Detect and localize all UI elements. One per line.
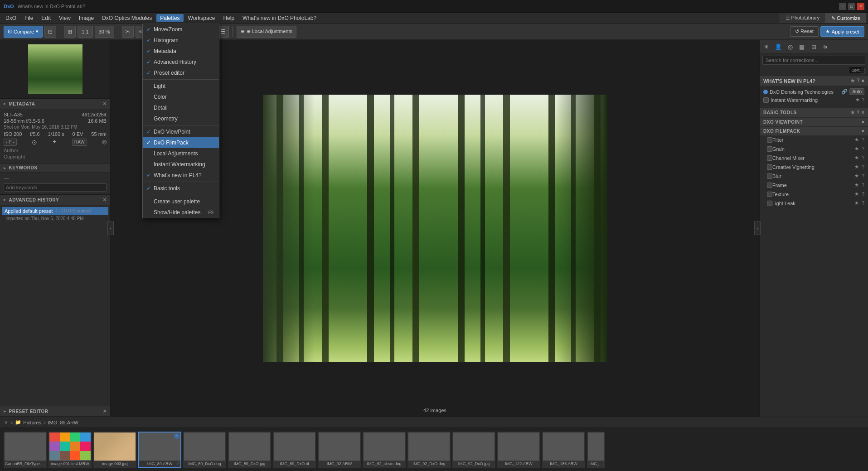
filmstrip-thumb-1[interactable]: image 001-test.MRW (48, 432, 92, 468)
channel-mixer-checkbox[interactable] (767, 155, 772, 161)
filmstrip-thumb-3[interactable]: IMG_89.ARW ✓ ↑ (138, 432, 181, 468)
right-panel-collapse[interactable]: › (754, 221, 761, 235)
filmstrip-thumb-12[interactable]: IMG_186.ARW (542, 432, 585, 468)
filmstrip-thumb-8[interactable]: IMG_92_clean.dng (363, 432, 406, 468)
texture-question-icon[interactable]: ? (862, 192, 864, 197)
apply-preset-button[interactable]: ★ Apply preset (820, 26, 864, 37)
filmstrip-thumb-13[interactable]: IMG_... (587, 432, 605, 468)
basic-tools-close-icon[interactable]: × (862, 110, 864, 115)
viewpoint-close-icon[interactable]: × (862, 120, 864, 125)
metadata-expand-icon[interactable]: ▸ (4, 101, 6, 106)
filmstrip-thumb-7[interactable]: IMG_92.ARW (318, 432, 361, 468)
grain-star-icon[interactable]: ★ (854, 146, 859, 152)
dd-item-light[interactable]: Light (143, 81, 219, 91)
filter-checkbox[interactable] (767, 137, 772, 143)
tool-1[interactable]: ✂ (122, 26, 134, 38)
dd-item-advanced-history[interactable]: Advanced History (143, 57, 219, 67)
minimize-button[interactable]: − (839, 3, 846, 10)
dd-item-local-adj[interactable]: Local Adjustments (143, 148, 219, 159)
whats-new-close-icon[interactable]: × (862, 78, 864, 84)
keywords-input[interactable] (4, 183, 107, 192)
filmstrip-thumb-0[interactable]: CanonR5_FileType_RAW_... (4, 432, 47, 468)
compare-button[interactable]: ⊡ Compare ▾ (4, 26, 43, 38)
filmstrip-thumb-4[interactable]: IMG_89_DxO.dng (183, 432, 226, 468)
dd-item-preset-editor[interactable]: Preset editor (143, 67, 219, 78)
sliders-icon[interactable]: ⊟ (809, 42, 819, 52)
vignetting-star-icon[interactable]: ★ (854, 164, 859, 170)
zoom-1to1-button[interactable]: 1:1 (78, 26, 92, 38)
blur-checkbox[interactable] (767, 173, 772, 179)
dd-item-show-hide[interactable]: Show/Hide palettes F9 (143, 207, 219, 218)
close-button[interactable]: × (857, 3, 864, 10)
dd-item-color[interactable]: Color (143, 91, 219, 102)
dd-item-basic-tools[interactable]: Basic tools (143, 183, 219, 194)
dd-item-detail[interactable]: Detail (143, 102, 219, 113)
watermarking-checkbox[interactable] (763, 97, 769, 103)
dd-item-metadata[interactable]: Metadata (143, 46, 219, 57)
filmpack-item-blur[interactable]: Blur ★ ? (760, 172, 868, 181)
menu-workspace[interactable]: Workspace (184, 14, 219, 22)
tab-customize[interactable]: ✎ Customize (825, 13, 866, 23)
left-panel-collapse[interactable]: ‹ (107, 221, 114, 235)
filmpack-item-filter[interactable]: Filter ★ ? (760, 135, 868, 144)
filmstrip-thumb-6[interactable]: IMG_89_DxO.tif (273, 432, 316, 468)
channel-mixer-question-icon[interactable]: ? (862, 155, 864, 160)
filmpack-close-icon[interactable]: × (862, 129, 864, 134)
menu-palettes[interactable]: Palettes (156, 14, 183, 22)
metadata-close-icon[interactable]: × (103, 101, 107, 107)
light-leak-question-icon[interactable]: ? (862, 201, 864, 206)
dd-item-dxo-viewpoint[interactable]: DxO ViewPoint (143, 126, 219, 137)
menu-view[interactable]: View (55, 14, 74, 22)
light-leak-checkbox[interactable] (767, 201, 772, 206)
reset-button[interactable]: ↺ Reset (790, 26, 819, 37)
target-icon[interactable]: ◎ (785, 42, 795, 52)
vignetting-checkbox[interactable] (767, 164, 772, 170)
filmstrip-thumb-9[interactable]: IMG_92_DxO.dng (407, 432, 451, 468)
keywords-expand-icon[interactable]: ▸ (4, 166, 6, 170)
dd-item-geometry[interactable]: Geometry (143, 113, 219, 124)
tab-photo-library[interactable]: ☰ PhotoLibrary (780, 13, 825, 23)
whats-new-star-icon[interactable]: ★ (850, 78, 855, 84)
menu-dxo-optics[interactable]: DxO Optics Modules (98, 14, 155, 22)
person-icon[interactable]: 👤 (773, 42, 783, 52)
menu-edit[interactable]: Edit (38, 14, 54, 22)
whats-new-question-icon[interactable]: ? (857, 78, 859, 84)
preset-editor-expand-icon[interactable]: ▸ (4, 409, 6, 413)
filmstrip-thumb-11[interactable]: IMG_122.ARW (497, 432, 540, 468)
menu-help[interactable]: Help (219, 14, 238, 22)
grain-checkbox[interactable] (767, 146, 772, 152)
dd-item-create-palette[interactable]: Create user palette (143, 196, 219, 207)
history-item[interactable]: Applied default preset 1 - DxO Standard (2, 207, 108, 215)
dd-item-whats-new[interactable]: What's new in PL4? (143, 170, 219, 181)
search-corrections-input[interactable] (762, 56, 865, 65)
split-view-button[interactable]: ⊟ (44, 26, 56, 38)
sun-icon[interactable]: ☀ (761, 42, 771, 52)
history-close-icon[interactable]: × (103, 197, 107, 203)
dd-item-histogram[interactable]: Histogram (143, 35, 219, 46)
menu-whats-new[interactable]: What's new in DxO PhotoLab? (239, 14, 320, 22)
filmpack-item-texture[interactable]: Texture ★ ? (760, 190, 868, 199)
filmpack-item-light-leak[interactable]: Light Leak ★ ? (760, 199, 868, 208)
filmstrip-thumb-5[interactable]: IMG_89_DxO.jpg (228, 432, 271, 468)
dd-item-movezoom[interactable]: Move/Zoom (143, 24, 219, 35)
filter-star-icon[interactable]: ★ (854, 137, 859, 143)
filmpack-item-channel-mixer[interactable]: Channel Mixer ★ ? (760, 154, 868, 163)
blur-question-icon[interactable]: ? (862, 173, 864, 178)
basic-tools-star-icon[interactable]: ★ (850, 110, 855, 115)
dd-item-dxo-filmpack[interactable]: DxO FilmPack (143, 137, 219, 148)
zoom-percent-button[interactable]: 30 % (95, 26, 114, 38)
texture-star-icon[interactable]: ★ (854, 191, 859, 197)
denoising-toggle[interactable]: Auto (849, 88, 864, 95)
watermarking-question-icon[interactable]: ? (862, 97, 864, 102)
texture-checkbox[interactable] (767, 192, 772, 197)
filmpack-item-frame[interactable]: Frame ★ ? (760, 181, 868, 190)
frame-checkbox[interactable] (767, 183, 772, 188)
dd-item-instant-watermarking[interactable]: Instant Watermarking (143, 159, 219, 170)
frame-question-icon[interactable]: ? (862, 183, 864, 187)
grid-icon[interactable]: ▦ (797, 42, 807, 52)
fx-icon[interactable]: fx (820, 42, 830, 52)
maximize-button[interactable]: □ (848, 3, 855, 10)
history-expand-icon[interactable]: ▸ (4, 197, 6, 202)
crop-button[interactable]: ⊞ (64, 26, 76, 38)
blur-star-icon[interactable]: ★ (854, 173, 859, 179)
